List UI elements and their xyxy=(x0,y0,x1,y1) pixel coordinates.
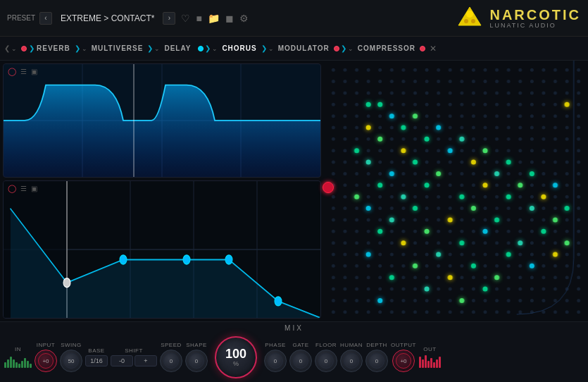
knob-gate-value: 0 xyxy=(299,358,302,364)
wave-list-button[interactable]: ☰ xyxy=(20,68,27,75)
next-preset-button[interactable]: › xyxy=(163,12,175,25)
big-knob-area: 100 % xyxy=(215,336,257,378)
fx-dot-modulator xyxy=(334,46,339,51)
app-title: NARCOTIC xyxy=(489,8,581,22)
out-bar-2 xyxy=(422,359,424,368)
knob-gate-inner: 0 xyxy=(293,353,308,369)
ctrl-label-output: OUTPUT xyxy=(391,342,416,348)
env-save-button[interactable]: ▣ xyxy=(31,185,37,192)
in-bar-3 xyxy=(10,357,12,368)
ctrl-floor: FLOOR 0 xyxy=(315,342,337,372)
knob-depth[interactable]: 0 xyxy=(365,350,388,372)
svg-point-3 xyxy=(464,19,468,23)
knob-speed[interactable]: 0 xyxy=(160,350,182,372)
fx-chevron-2[interactable]: ⌄ xyxy=(154,45,160,52)
heart-icon[interactable]: ♡ xyxy=(181,13,190,24)
fx-label-modulator: MODULATOR xyxy=(278,44,330,52)
out-label: OUT xyxy=(423,346,436,352)
selector-shift-neg[interactable]: -0 xyxy=(111,355,133,366)
fx-label-chorus: CHORUS xyxy=(222,44,256,52)
in-bar-5 xyxy=(15,362,18,368)
fx-chevron-1[interactable]: ⌄ xyxy=(82,45,87,52)
logo-icon xyxy=(456,4,484,32)
fx-label-compressor: COMPRESSOR xyxy=(358,44,415,52)
fx-item-reverb[interactable]: ❯ REVERB xyxy=(18,43,73,54)
waveform-svg xyxy=(4,64,320,177)
logo-text: NARCOTIC LUNATIC AUDIO xyxy=(489,8,581,29)
fx-route-arrow-5[interactable]: ❯ xyxy=(341,44,346,52)
fx-dot-reverb xyxy=(21,46,27,51)
knob-shape-inner: 0 xyxy=(189,353,204,369)
fx-route-arrow-2[interactable]: ❯ xyxy=(147,44,153,52)
fx-route-arrow-4[interactable]: ❯ xyxy=(261,44,267,52)
envelope-display[interactable]: ◯ ☰ ▣ xyxy=(3,180,321,319)
knob-gate[interactable]: 0 xyxy=(289,350,312,372)
knob-phase-inner: 0 xyxy=(268,353,283,369)
env-toolbar: ◯ ☰ ▣ xyxy=(8,184,37,193)
in-label: IN xyxy=(15,346,21,352)
ctrl-label-input: INPUT xyxy=(37,342,56,348)
fx-arrow-reverb[interactable]: ❯ xyxy=(29,44,35,52)
knob-shape[interactable]: 0 xyxy=(185,350,208,372)
fx-chain-chevron[interactable]: ⌄ xyxy=(11,45,17,52)
fx-item-modulator[interactable]: MODULATOR xyxy=(275,43,332,54)
folder-icon[interactable]: 📁 xyxy=(208,13,220,24)
ctrl-phase: PHASE 0 xyxy=(264,342,287,372)
out-mini-bars xyxy=(419,354,441,368)
ctrl-input: INPUT +0 xyxy=(35,342,57,372)
fx-chevron-3[interactable]: ⌄ xyxy=(212,45,218,52)
ctrl-label-swing: SWING xyxy=(61,342,82,348)
prev-preset-button[interactable]: ‹ xyxy=(39,12,52,25)
selector-base[interactable]: 1/16 xyxy=(85,355,108,366)
waveform-display[interactable]: ◯ ☰ ▣ xyxy=(3,63,321,178)
knob-swing[interactable]: 50 xyxy=(60,350,82,372)
settings-icon[interactable]: ⚙ xyxy=(239,13,249,24)
fx-chevron-5[interactable]: ⌄ xyxy=(348,45,354,52)
fx-item-delay[interactable]: DELAY xyxy=(161,43,194,54)
knob-output-value: +0 xyxy=(400,358,406,364)
ctrl-label-floor: FLOOR xyxy=(315,342,337,348)
knob-input-inner: +0 xyxy=(38,353,54,369)
fx-close-button[interactable]: ✕ xyxy=(430,44,437,54)
ctrl-swing: SWING 50 xyxy=(60,342,82,372)
fx-chain-left-arrow[interactable]: ❮ xyxy=(4,44,10,52)
knob-human[interactable]: 0 xyxy=(340,350,363,372)
out-bar-4 xyxy=(427,361,430,368)
env-power-button[interactable]: ◯ xyxy=(8,184,16,193)
fx-chevron-4[interactable]: ⌄ xyxy=(268,45,274,52)
ctrl-label-human: HUMAN xyxy=(340,342,363,348)
out-bar-1 xyxy=(419,357,421,368)
knob-shape-value: 0 xyxy=(195,358,198,364)
ctrl-shape: SHAPE 0 xyxy=(185,342,208,372)
wave-save-button[interactable]: ▣ xyxy=(31,68,37,75)
top-icons: ♡ ■ 📁 ◼ ⚙ xyxy=(181,13,248,24)
ctrl-output: OUTPUT +0 xyxy=(391,342,416,372)
fx-route-arrow-1[interactable]: ❯ xyxy=(75,44,80,52)
fx-item-multiverse[interactable]: MULTIVERSE xyxy=(89,43,146,54)
knob-input-value: +0 xyxy=(42,358,49,364)
knob-floor[interactable]: 0 xyxy=(315,350,337,372)
ctrl-depth: DEPTH 0 xyxy=(365,342,388,372)
env-list-button[interactable]: ☰ xyxy=(20,185,27,192)
fx-item-chorus[interactable]: CHORUS xyxy=(219,43,259,54)
svg-point-20 xyxy=(225,255,232,264)
compare-icon[interactable]: ◼ xyxy=(225,13,234,24)
fx-label-reverb: REVERB xyxy=(37,44,70,52)
mix-knob[interactable]: 100 % xyxy=(215,336,257,378)
ctrl-human: HUMAN 0 xyxy=(340,342,363,372)
knob-input[interactable]: +0 xyxy=(35,350,57,372)
knob-output[interactable]: +0 xyxy=(392,350,415,372)
mix-label: MIX xyxy=(284,324,304,332)
out-bar-3 xyxy=(425,355,427,368)
fx-item-compressor[interactable]: COMPRESSOR xyxy=(355,43,418,54)
fx-route-arrow-3[interactable]: ❯ xyxy=(205,44,211,52)
in-bar-4 xyxy=(13,359,15,368)
mix-knob-inner: 100 % xyxy=(225,347,246,367)
selector-shift-pos[interactable]: + xyxy=(135,355,157,366)
wave-power-button[interactable]: ◯ xyxy=(8,67,16,76)
out-bar-7 xyxy=(436,359,438,368)
save-icon[interactable]: ■ xyxy=(196,13,201,24)
knob-phase-value: 0 xyxy=(274,358,277,364)
knob-phase[interactable]: 0 xyxy=(264,350,287,372)
chorus-power-button[interactable] xyxy=(323,182,334,193)
